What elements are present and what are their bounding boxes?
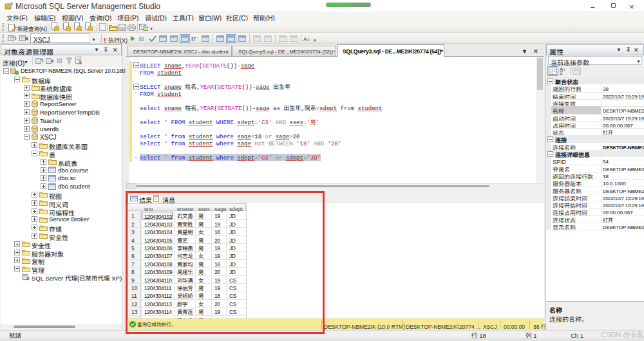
svg-text:S: S bbox=[79, 59, 82, 65]
